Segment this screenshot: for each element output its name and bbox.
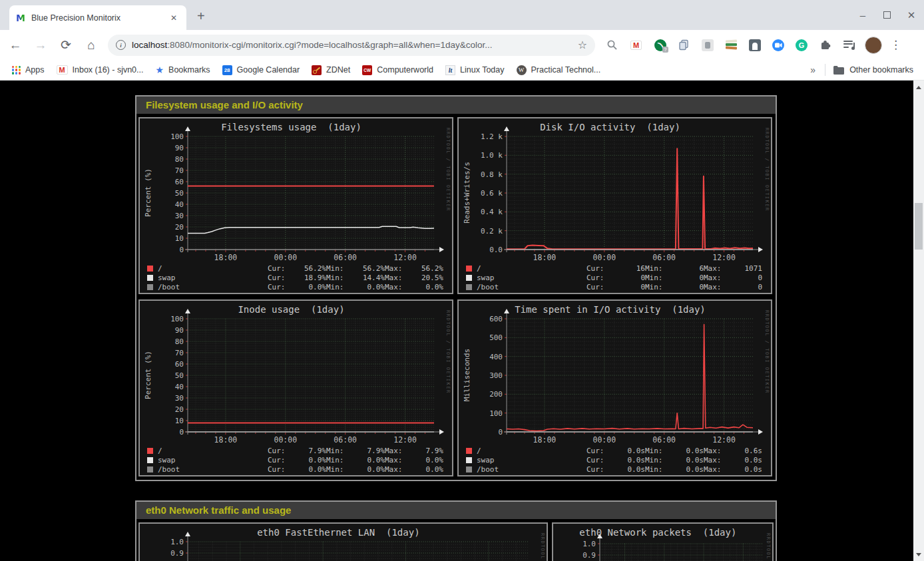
- legend-swatch: [147, 284, 153, 290]
- svg-text:50: 50: [175, 189, 184, 198]
- google-voice-extension-icon[interactable]: ) ?: [654, 39, 666, 51]
- legend-row: /bootCur:0.0%Min:0.0%Max:0.0%: [147, 465, 443, 474]
- section-title-filesystem: Filesystem usage and I/O activity: [136, 96, 776, 114]
- chart-canvas: 010203040506070809010018:0000:0006:0012:…: [140, 301, 447, 445]
- scrollbar-up-arrow[interactable]: [913, 82, 924, 93]
- bookmark-inbox[interactable]: M Inbox (16) - sjvn0...: [57, 65, 144, 75]
- legend-row: /bootCur:0Min:0Max:0: [466, 282, 762, 291]
- legend-value: Max:0.0%: [385, 283, 443, 291]
- other-bookmarks[interactable]: Other bookmarks: [849, 65, 913, 75]
- browser-tab[interactable]: M Blue Precision Monitorix ✕: [9, 5, 186, 30]
- section-network: eth0 Network traffic and usage eth0 Fast…: [135, 500, 777, 561]
- site-info-icon[interactable]: i: [116, 40, 126, 50]
- window-close-button[interactable]: ✕: [907, 9, 916, 21]
- dark-extension-icon[interactable]: [749, 39, 761, 51]
- legend-value: Cur:0.0%: [268, 456, 326, 465]
- legend-swatch: [147, 275, 153, 281]
- forward-button[interactable]: →: [31, 38, 51, 53]
- bookmark-zdnet[interactable]: ZDNet: [312, 65, 350, 75]
- svg-text:12:00: 12:00: [393, 435, 417, 445]
- zoom-camera-extension-icon[interactable]: [772, 39, 784, 51]
- legend-value: Max:0.0%: [385, 465, 443, 474]
- svg-text:1.2 k: 1.2 k: [481, 132, 503, 141]
- graph-time-in-io[interactable]: Time spent in I/O activity (1day)RRDTOOL…: [457, 299, 772, 476]
- disabled-extension-icon[interactable]: [702, 39, 714, 51]
- profile-avatar[interactable]: [865, 37, 882, 54]
- legend-swatch: [466, 266, 472, 272]
- minimize-button[interactable]: –: [858, 9, 867, 21]
- svg-text:18:00: 18:00: [533, 435, 557, 445]
- legend-series-name: /boot: [158, 465, 268, 474]
- graph-legend: /Cur:0.0sMin:0.0sMax:0.6sswapCur:0.0sMin…: [466, 446, 762, 474]
- grammarly-extension-icon[interactable]: G: [796, 39, 808, 51]
- section-filesystem: Filesystem usage and I/O activity Filesy…: [135, 95, 777, 481]
- svg-text:70: 70: [175, 349, 184, 357]
- legend-row: swapCur:0Min:0Max:0: [466, 273, 762, 282]
- legend-row: swapCur:0.0%Min:0.0%Max:0.0%: [147, 455, 443, 465]
- svg-text:20: 20: [175, 405, 184, 414]
- svg-text:1.0: 1.0: [582, 540, 596, 548]
- bookmark-apps[interactable]: Apps: [12, 65, 45, 75]
- bookmark-google-calendar[interactable]: 28 Google Calendar: [222, 65, 300, 75]
- scrollbar-down-arrow[interactable]: [913, 549, 924, 560]
- legend-swatch: [466, 457, 472, 463]
- legend-series-name: swap: [158, 274, 268, 282]
- url-text: localhost:8080/monitorix-cgi/monitorix.c…: [132, 40, 573, 50]
- reload-button[interactable]: ⟳: [56, 37, 76, 53]
- svg-text:100: 100: [489, 409, 503, 418]
- legend-row: /bootCur:0.0%Min:0.0%Max:0.0%: [147, 282, 443, 291]
- bookmark-linux-today[interactable]: lt Linux Today: [445, 65, 505, 75]
- legend-value: Max:56.2%: [385, 264, 443, 273]
- gmail-extension-icon[interactable]: M: [630, 39, 642, 51]
- page-scrollbar[interactable]: [913, 81, 924, 561]
- graph-eth0-lan[interactable]: eth0 FastEthernet LAN (1day)RRDTOOL / TO…: [138, 522, 548, 561]
- svg-text:1.0: 1.0: [170, 538, 184, 546]
- copy-pages-extension-icon[interactable]: [678, 39, 690, 51]
- tab-close-icon[interactable]: ✕: [168, 12, 180, 24]
- svg-text:300: 300: [489, 371, 503, 380]
- bookmarks-overflow-chevron[interactable]: »: [810, 65, 815, 75]
- graph-legend: /Cur:16Min:6Max:1071swapCur:0Min:0Max:0/…: [466, 264, 762, 291]
- extensions-puzzle-icon[interactable]: [819, 39, 831, 51]
- address-bar[interactable]: i localhost:8080/monitorix-cgi/monitorix…: [108, 35, 595, 56]
- svg-text:90: 90: [175, 144, 184, 152]
- back-button[interactable]: ←: [5, 38, 25, 53]
- graph-filesystems-usage[interactable]: Filesystems usage (1day)RRDTOOL / TOBI O…: [138, 117, 453, 294]
- legend-value: Cur:0.0%: [268, 465, 326, 474]
- legend-value: Min:0.0%: [326, 456, 385, 465]
- legend-value: Cur:16: [586, 264, 645, 273]
- playlist-extension-icon[interactable]: [843, 39, 855, 51]
- svg-text:0.0: 0.0: [489, 246, 503, 254]
- graph-eth0-packets[interactable]: eth0 Network packets (1day)RRDTOOL / TOB…: [552, 522, 774, 561]
- scrollbar-thumb[interactable]: [915, 203, 923, 250]
- svg-text:100: 100: [170, 132, 184, 141]
- bookmark-bookmarks[interactable]: ★ Bookmarks: [156, 65, 210, 75]
- section-title-network: eth0 Network traffic and usage: [136, 502, 776, 519]
- browser-menu-icon[interactable]: ⋮: [890, 38, 901, 52]
- bookmark-practical-technology[interactable]: W Practical Technol...: [517, 65, 601, 75]
- svg-text:80: 80: [175, 155, 184, 164]
- graph-legend: /Cur:56.2%Min:56.2%Max:56.2%swapCur:18.9…: [147, 264, 443, 291]
- extensions-row: M ) ? G: [606, 39, 855, 51]
- svg-text:06:00: 06:00: [652, 435, 676, 445]
- legend-value: Cur:0: [586, 274, 645, 282]
- legend-swatch: [466, 284, 472, 290]
- window-controls: – ✕: [858, 0, 916, 30]
- legend-value: Min:0.0s: [645, 447, 704, 455]
- svg-text:80: 80: [175, 337, 184, 346]
- search-extension-icon[interactable]: [606, 39, 618, 51]
- new-tab-button[interactable]: +: [197, 7, 205, 25]
- graph-disk-io-activity[interactable]: Disk I/O activity (1day)RRDTOOL / TOBI O…: [457, 117, 772, 294]
- maximize-button[interactable]: [883, 11, 891, 19]
- graph-inode-usage[interactable]: Inode usage (1day)RRDTOOL / TOBI OETIKER…: [138, 299, 453, 476]
- legend-value: Max:0: [704, 274, 762, 282]
- bookmarks-divider: [825, 64, 825, 76]
- star-icon: ★: [156, 65, 164, 75]
- svg-text:0.4 k: 0.4 k: [481, 208, 503, 216]
- bookmark-star-icon[interactable]: ☆: [578, 39, 587, 51]
- legend-value: Min:6: [645, 264, 704, 273]
- bookmark-computerworld[interactable]: CW Computerworld: [362, 65, 433, 75]
- svg-text:12:00: 12:00: [712, 253, 736, 262]
- books-extension-icon[interactable]: [725, 39, 738, 51]
- home-button[interactable]: ⌂: [81, 38, 101, 53]
